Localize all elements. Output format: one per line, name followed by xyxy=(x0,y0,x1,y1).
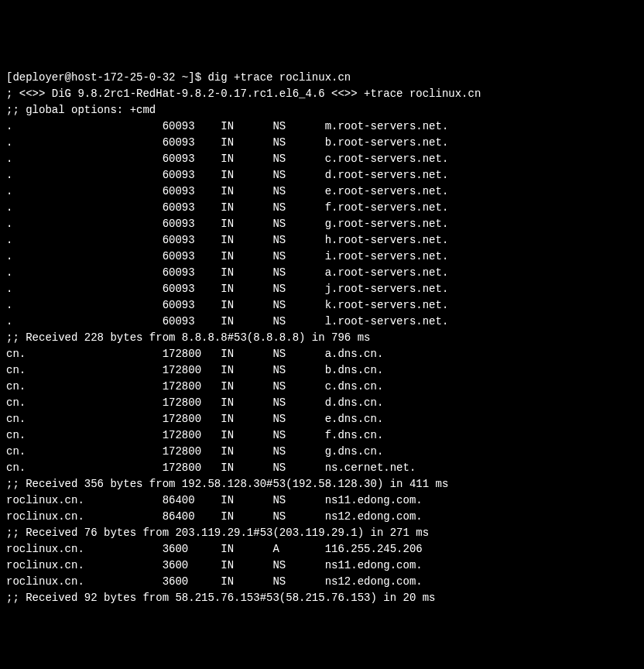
dns-record: roclinux.cn. 86400 IN NS ns11.edong.com. xyxy=(6,492,638,509)
dns-record: roclinux.cn. 3600 IN A 116.255.245.206 xyxy=(6,541,638,558)
received-line: ;; Received 356 bytes from 192.58.128.30… xyxy=(6,476,638,492)
dns-record: cn. 172800 IN NS d.dns.cn. xyxy=(6,395,638,411)
dns-record: . 60093 IN NS e.root-servers.net. xyxy=(6,184,638,200)
global-options-line: ;; global options: +cmd xyxy=(6,102,638,118)
dns-record: cn. 172800 IN NS a.dns.cn. xyxy=(6,346,638,362)
dns-record: cn. 172800 IN NS g.dns.cn. xyxy=(6,444,638,460)
dns-record: . 60093 IN NS m.root-servers.net. xyxy=(6,118,638,135)
dns-record: . 60093 IN NS f.root-servers.net. xyxy=(6,200,638,216)
dns-record: cn. 172800 IN NS f.dns.cn. xyxy=(6,427,638,444)
dns-record: roclinux.cn. 86400 IN NS ns12.edong.com. xyxy=(6,509,638,525)
received-line: ;; Received 76 bytes from 203.119.29.1#5… xyxy=(6,525,638,541)
dns-record: . 60093 IN NS j.root-servers.net. xyxy=(6,281,638,297)
dns-record: roclinux.cn. 3600 IN NS ns11.edong.com. xyxy=(6,558,638,574)
dns-record: cn. 172800 IN NS b.dns.cn. xyxy=(6,362,638,379)
dns-record: . 60093 IN NS a.root-servers.net. xyxy=(6,265,638,281)
dns-record: . 60093 IN NS k.root-servers.net. xyxy=(6,297,638,314)
dns-record: . 60093 IN NS i.root-servers.net. xyxy=(6,249,638,265)
dns-record: cn. 172800 IN NS e.dns.cn. xyxy=(6,411,638,427)
dig-version-line: ; <<>> DiG 9.8.2rc1-RedHat-9.8.2-0.17.rc… xyxy=(6,86,638,102)
dns-record: . 60093 IN NS d.root-servers.net. xyxy=(6,167,638,184)
dns-record: cn. 172800 IN NS ns.cernet.net. xyxy=(6,460,638,476)
dns-record: . 60093 IN NS h.root-servers.net. xyxy=(6,232,638,249)
dns-record: . 60093 IN NS g.root-servers.net. xyxy=(6,216,638,232)
dns-record: . 60093 IN NS b.root-servers.net. xyxy=(6,135,638,151)
received-line: ;; Received 228 bytes from 8.8.8.8#53(8.… xyxy=(6,330,638,346)
dns-record: cn. 172800 IN NS c.dns.cn. xyxy=(6,379,638,395)
dns-record: . 60093 IN NS c.root-servers.net. xyxy=(6,151,638,167)
terminal-output: [deployer@host-172-25-0-32 ~]$ dig +trac… xyxy=(6,70,638,606)
dns-record: roclinux.cn. 3600 IN NS ns12.edong.com. xyxy=(6,574,638,590)
dns-record: . 60093 IN NS l.root-servers.net. xyxy=(6,314,638,330)
received-line: ;; Received 92 bytes from 58.215.76.153#… xyxy=(6,590,638,606)
command-line: [deployer@host-172-25-0-32 ~]$ dig +trac… xyxy=(6,70,638,86)
